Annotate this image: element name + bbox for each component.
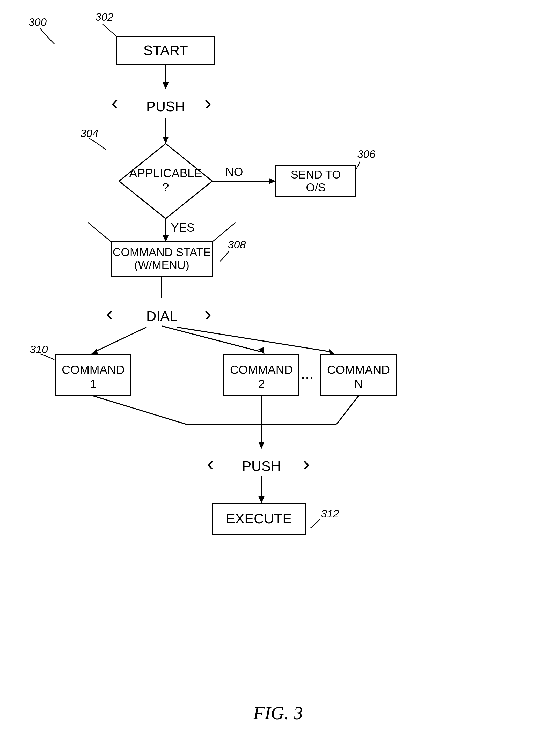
dial-left-chevron: ‹ bbox=[106, 302, 113, 325]
arrow-dial-left bbox=[95, 327, 146, 352]
push2-left-chevron: ‹ bbox=[207, 452, 214, 475]
push1-right-chevron: › bbox=[205, 91, 211, 114]
ref-312: 312 bbox=[321, 508, 339, 520]
figure-label: FIG. 3 bbox=[253, 703, 303, 723]
ref-308-arrow bbox=[220, 251, 229, 261]
ref-304: 304 bbox=[80, 127, 98, 139]
push2-label: PUSH bbox=[242, 458, 281, 474]
ref-300-arrow bbox=[40, 29, 55, 44]
command2-label-1: COMMAND bbox=[230, 363, 293, 376]
applicable-label-1: APPLICABLE bbox=[129, 166, 202, 180]
send-to-os-label-1: SEND TO bbox=[291, 168, 341, 181]
command-state-label-1: COMMAND STATE bbox=[113, 246, 211, 258]
push1-left-chevron: ‹ bbox=[111, 91, 118, 114]
ref-312-arrow bbox=[311, 519, 320, 528]
ref-310: 310 bbox=[30, 343, 48, 356]
diagonal-left-up bbox=[88, 222, 111, 242]
arrowhead-start-push1 bbox=[163, 82, 169, 89]
command1-label-1: COMMAND bbox=[62, 363, 125, 376]
arrowhead-dial-left bbox=[91, 349, 98, 355]
applicable-label-2: ? bbox=[162, 181, 169, 194]
ref-302: 302 bbox=[95, 11, 113, 23]
arrow-dial-right bbox=[177, 327, 331, 352]
dial-right-chevron: › bbox=[205, 302, 211, 325]
dots-label: ... bbox=[301, 365, 314, 383]
execute-label: EXECUTE bbox=[226, 511, 292, 526]
diagram-container: 300 302 START ‹ PUSH › 304 APPLICABLE ? … bbox=[0, 0, 556, 756]
command1-label-2: 1 bbox=[90, 377, 97, 391]
yes-label: YES bbox=[171, 221, 195, 234]
commandN-label-2: N bbox=[354, 377, 362, 391]
ref-300: 300 bbox=[29, 16, 47, 28]
arrow-cmd1-down bbox=[93, 396, 186, 424]
ref-308: 308 bbox=[228, 239, 246, 251]
arrowhead-no bbox=[269, 178, 276, 184]
arrowhead-push1-applicable bbox=[163, 137, 169, 144]
ref-306: 306 bbox=[357, 148, 376, 160]
arrowhead-yes bbox=[163, 235, 169, 242]
send-to-os-label-2: O/S bbox=[306, 181, 326, 194]
dial-label: DIAL bbox=[146, 308, 177, 324]
arrowhead-converge bbox=[258, 442, 265, 449]
command-state-label-2: (W/MENU) bbox=[134, 259, 189, 272]
arrow-dial-center bbox=[162, 326, 262, 352]
commandN-label-1: COMMAND bbox=[327, 363, 390, 376]
push1-label: PUSH bbox=[146, 99, 185, 114]
push2-right-chevron: › bbox=[303, 452, 310, 475]
ref-302-arrow bbox=[102, 24, 116, 36]
arrowhead-dial-right bbox=[329, 349, 335, 355]
start-label: START bbox=[143, 42, 188, 58]
no-label: NO bbox=[225, 165, 243, 179]
arrow-cmdN-down bbox=[337, 396, 358, 424]
command2-label-2: 2 bbox=[258, 377, 265, 391]
ref-304-arrow bbox=[89, 138, 106, 150]
arrowhead-push2-execute bbox=[258, 496, 265, 503]
